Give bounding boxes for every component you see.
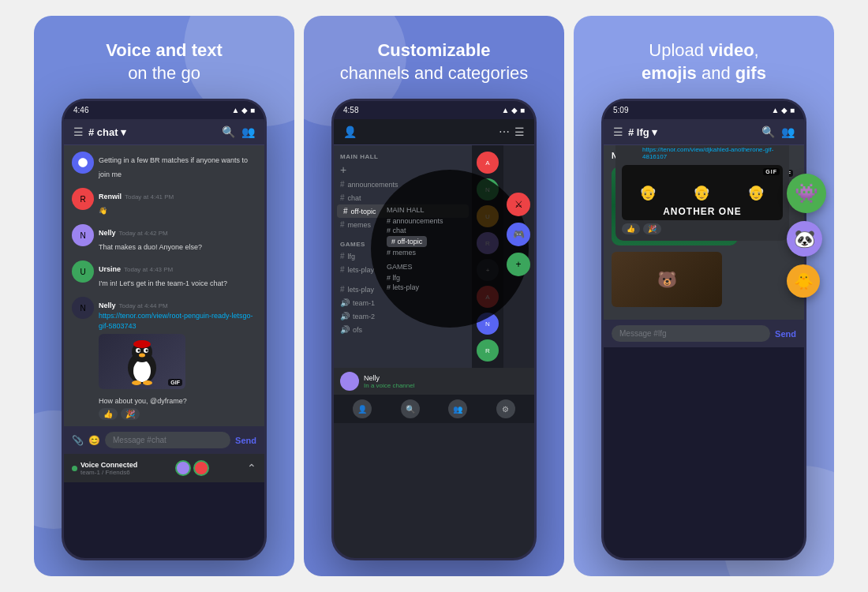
- panel-3: Upload video, emojis and gifs 5:09 ▲ ◆ ■…: [574, 16, 834, 576]
- ao-reactions: 👍 🎉: [622, 223, 783, 234]
- msg-4: N NellyToday at 4:44 PM https://tenor.co…: [72, 297, 256, 389]
- phone-2: 4:58 ▲ ◆ ■ 👤 ⋯ ☰ MAIN HALL +: [331, 99, 537, 560]
- search-icon-3[interactable]: 🔍: [761, 126, 775, 138]
- msg-text-0: Getting in a few BR matches if anyone wa…: [99, 156, 248, 178]
- panel-3-title: Upload video, emojis and gifs: [642, 39, 766, 84]
- hash-icon-chat: #: [340, 193, 345, 202]
- message-input-3[interactable]: Message #lfg: [612, 325, 770, 342]
- message-input-1[interactable]: Message #chat: [105, 432, 230, 448]
- dots-icon[interactable]: ⋯: [499, 126, 510, 138]
- msg-2: N NellyToday at 4:42 PM That makes a duo…: [72, 224, 256, 253]
- channel-label-lp: lets-play: [348, 266, 375, 274]
- input-placeholder-3: Message #lfg: [619, 329, 666, 338]
- phone-1: 4:46 ▲ ◆ ■ ☰ # chat ▾ 🔍 👥: [62, 99, 267, 560]
- person-icon-2[interactable]: 👤: [343, 126, 357, 138]
- hash-icon-memes: #: [340, 220, 345, 229]
- time-3: 5:09: [613, 106, 628, 114]
- msg-content-1: RenwilToday at 4:41 PM 👋: [99, 188, 256, 216]
- voice-avatars: [175, 460, 209, 476]
- msg-time-3: Today at 4:43 PM: [124, 266, 173, 273]
- ao-reaction-2[interactable]: 🎉: [643, 223, 661, 234]
- search-icon[interactable]: 🔍: [222, 126, 235, 138]
- another-one-card: Nelly Today at 5:26 PM Renwil carried us…: [615, 145, 789, 241]
- phone-header-3: ☰ # lfg ▾ 🔍 👥: [604, 119, 804, 145]
- gif-thumbnail-1: GIF: [99, 334, 185, 389]
- time-1: 4:46: [73, 106, 88, 114]
- msg-author-3: Ursine: [99, 265, 121, 273]
- phone-header-1: ☰ # chat ▾ 🔍 👥: [64, 119, 264, 145]
- channel-label-t1: team-1: [353, 299, 375, 307]
- overlay-games: GAMES: [387, 263, 413, 271]
- bear-thumbnail: 🐻: [612, 252, 722, 307]
- emoji-icon[interactable]: 😊: [88, 435, 100, 446]
- voice-bar-1: Voice Connected team-1 / Friends6 ⌃: [64, 454, 264, 482]
- add-icon-main[interactable]: +: [340, 163, 346, 176]
- msg-time-4: Today at 4:44 PM: [119, 302, 168, 309]
- msg-content-0: Getting in a few BR matches if anyone wa…: [99, 152, 256, 180]
- channel-label-t2: team-2: [353, 313, 375, 320]
- msg-3: U UrsineToday at 4:43 PM I'm in! Let's g…: [72, 260, 256, 289]
- input-bar-1: 📎 😊 Message #chat Send: [64, 426, 264, 454]
- members-icon[interactable]: 👥: [241, 126, 255, 138]
- panel-3-upload: Upload: [649, 40, 709, 60]
- icon-circle-2: 🎮: [507, 223, 530, 246]
- avatar-0: [72, 152, 94, 174]
- icon-circle-1: ⚔: [507, 193, 530, 216]
- attachment-icon[interactable]: 📎: [72, 435, 84, 446]
- nelly-name: Nelly: [364, 374, 415, 382]
- another-one-text: ANOTHER ONE: [663, 206, 742, 217]
- reaction-thumbs[interactable]: 👍: [99, 408, 118, 420]
- msg-text-2: That makes a duo! Anyone else?: [99, 243, 202, 251]
- svg-point-10: [133, 340, 151, 348]
- panel-3-comma: ,: [754, 40, 759, 60]
- hash-icon-lp: #: [340, 265, 345, 274]
- nav-icon-4[interactable]: ⚙: [496, 399, 515, 418]
- nav-icon-2[interactable]: 🔍: [401, 399, 420, 418]
- overlay-circle: MAIN HALL # announcements # chat # off-t…: [371, 170, 529, 328]
- speaker-icon-t2: 🔊: [340, 312, 350, 320]
- channel-label-off: off-topic: [351, 208, 376, 215]
- msg-author-1: Renwil: [99, 193, 122, 200]
- ao-reaction-1[interactable]: 👍: [622, 223, 640, 234]
- bear-emoji: 🐼: [787, 221, 822, 257]
- msg-text-1: 👋: [99, 207, 107, 215]
- panel-3-emojis: emojis: [642, 63, 697, 83]
- nelly-avatar: [340, 372, 359, 391]
- overlay-ann: # announcements: [387, 217, 443, 225]
- panel-3-gifs: gifs: [735, 63, 766, 83]
- speaker-icon-ofs: 🔊: [340, 325, 350, 334]
- panel-1-title: Voice and text on the go: [106, 39, 223, 84]
- hash-icon-ann: #: [340, 180, 345, 189]
- svg-point-6: [146, 350, 148, 352]
- nelly-info: Nelly In a voice channel: [364, 374, 415, 389]
- hamburger-icon[interactable]: ☰: [73, 126, 84, 138]
- msg-0: Getting in a few BR matches if anyone wa…: [72, 152, 256, 180]
- channel-label-lfg: lfg: [348, 253, 356, 260]
- hamburger-icon-2[interactable]: ☰: [514, 126, 525, 138]
- panel-1-title-bold: Voice and text: [106, 40, 223, 60]
- hamburger-icon-3[interactable]: ☰: [613, 126, 623, 138]
- ao-link: https://tenor.com/view/djkahled-anothero…: [642, 146, 783, 160]
- nav-icon-1[interactable]: 👤: [353, 399, 372, 418]
- nelly-bar: Nelly In a voice channel: [334, 368, 534, 395]
- figure-1: 👴: [639, 184, 657, 201]
- ao-header: Nelly Today at 5:26 PM Renwil carried us…: [622, 145, 783, 160]
- svg-point-1: [133, 360, 151, 382]
- panel-2: Customizable channels and categories 4:5…: [304, 16, 564, 576]
- voice-dot-1: [72, 466, 77, 471]
- ao-info: Nelly Today at 5:26 PM Renwil carried us…: [642, 145, 783, 160]
- panel-2-title-bold: Customizable: [377, 40, 490, 60]
- channel-title-1: # chat ▾: [88, 126, 217, 138]
- send-button-3[interactable]: Send: [775, 329, 796, 339]
- nav-icon-3[interactable]: 👥: [448, 399, 467, 418]
- send-button-1[interactable]: Send: [235, 436, 256, 445]
- chevron-up-icon[interactable]: ⌃: [247, 462, 256, 474]
- msg-link-4: https://tenor.com/view/root-penguin-read…: [99, 311, 256, 331]
- channel-title-3: # lfg ▾: [628, 126, 757, 138]
- header-icons-1: 🔍 👥: [222, 126, 255, 138]
- members-icon-3[interactable]: 👥: [781, 126, 795, 138]
- monster-emoji: 👾: [787, 174, 826, 213]
- gif-badge-1: GIF: [168, 379, 182, 386]
- overlay-off-topic[interactable]: # off-topic: [387, 236, 427, 247]
- reaction-party[interactable]: 🎉: [121, 408, 140, 420]
